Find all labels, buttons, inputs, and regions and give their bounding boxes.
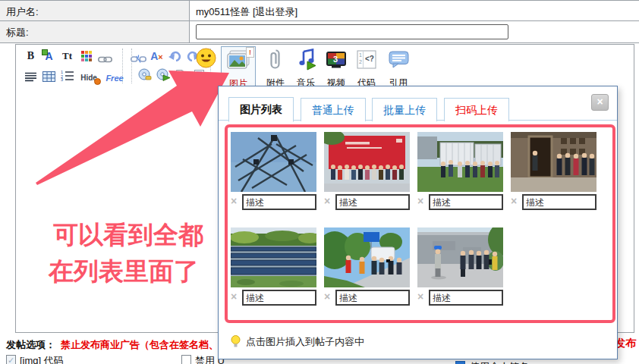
annotation-line1: 可以看到全都: [53, 217, 203, 253]
signature-checkbox[interactable]: ✓: [455, 361, 465, 364]
free-tag-icon[interactable]: Free: [102, 70, 127, 86]
username-label: 用户名:: [0, 1, 190, 20]
media-disc-icon[interactable]: [136, 68, 153, 85]
undo-icon[interactable]: [166, 49, 184, 66]
thumbnail-containers-group[interactable]: [417, 132, 503, 192]
dialog-tip-text: 点击图片插入到帖子内容中: [246, 335, 364, 349]
music-note-icon: [297, 49, 316, 73]
svg-text:2: 2: [359, 59, 362, 64]
insert-code-button[interactable]: 12<? 代码: [351, 46, 382, 87]
image-description-input[interactable]: [242, 290, 316, 306]
description-row: ×: [417, 290, 503, 306]
thumbnail-solar-farm[interactable]: [231, 228, 316, 287]
svg-text:<?: <?: [365, 55, 374, 63]
insert-music-button[interactable]: 音乐: [291, 46, 321, 87]
font-size-icon[interactable]: Tt: [58, 48, 76, 64]
img-code-checkbox[interactable]: ✓: [6, 355, 16, 364]
thumbnail-wall-group[interactable]: [417, 228, 503, 287]
quote-bubble-icon: [389, 51, 409, 71]
table-icon[interactable]: [40, 70, 58, 86]
image-list-highlight-box: × × × ×: [225, 124, 615, 323]
delete-image-icon[interactable]: ×: [231, 195, 241, 207]
image-description-input[interactable]: [242, 194, 316, 210]
username-row: 用户名: my0511怪兽 [退出登录]: [0, 0, 639, 21]
image-description-input[interactable]: [522, 194, 597, 210]
align-justify-icon[interactable]: [22, 70, 39, 86]
annotation-line2: 在列表里面了: [49, 253, 203, 290]
disable-url-checkbox[interactable]: [181, 355, 191, 364]
delete-image-icon[interactable]: ×: [324, 195, 334, 207]
delete-image-icon[interactable]: ×: [417, 290, 427, 303]
tab-normal-upload[interactable]: 普通上传: [301, 98, 366, 121]
insert-flash-icon[interactable]: [154, 68, 172, 85]
thumbnail-roadside-group[interactable]: [324, 228, 410, 287]
description-row: ×: [324, 290, 410, 306]
font-color-icon[interactable]: A: [40, 48, 58, 64]
remove-format-icon[interactable]: A×: [148, 48, 165, 64]
post-editor-page: 用户名: my0511怪兽 [退出登录] 标题: B A Tt: [0, 0, 639, 364]
post-options-label: 发帖选项：: [6, 338, 55, 352]
blank-page-icon[interactable]: [172, 69, 190, 86]
svg-text:3: 3: [61, 77, 63, 81]
title-label: 标题:: [0, 21, 190, 42]
insert-attachment-button[interactable]: 附件: [260, 46, 291, 87]
annotation-text: 可以看到全都 在列表里面了: [53, 217, 203, 290]
dialog-tab-bar: 图片列表 普通上传 批量上传 扫码上传: [219, 97, 617, 121]
tab-batch-upload[interactable]: 批量上传: [372, 98, 437, 121]
warning-text-right: 发布！: [615, 337, 639, 350]
image-description-input[interactable]: [429, 194, 503, 210]
toolbar-divider: [131, 49, 132, 83]
video-tv-icon: 3: [326, 50, 347, 71]
close-icon[interactable]: ×: [591, 94, 609, 111]
thumbnail-red-banner-group[interactable]: [324, 132, 410, 192]
smiley-icon: [196, 48, 216, 71]
unlink-icon[interactable]: [130, 52, 147, 68]
lightbulb-icon: [231, 335, 241, 350]
description-row: ×: [231, 290, 316, 306]
insert-video-button[interactable]: 3 视频: [321, 46, 351, 87]
tab-image-list[interactable]: 图片列表: [228, 97, 294, 122]
image-upload-dialog: 图片列表 普通上传 批量上传 扫码上传 ×: [218, 86, 618, 359]
tab-qrcode-upload[interactable]: 扫码上传: [444, 98, 509, 121]
emoticon-button[interactable]: 表情: [189, 46, 221, 87]
username-text: my0511怪兽: [196, 6, 250, 17]
thumbnail-power-tower[interactable]: [231, 132, 316, 192]
description-row: ×: [417, 194, 503, 211]
delete-image-icon[interactable]: ×: [417, 195, 427, 207]
delete-image-icon[interactable]: ×: [511, 195, 521, 207]
code-page-icon: 12<?: [357, 50, 376, 71]
description-row: ×: [511, 194, 597, 211]
title-input[interactable]: [196, 24, 508, 39]
emoticon-label: 表情: [189, 77, 221, 89]
alert-badge: !: [246, 47, 254, 58]
paperclip-icon: [270, 49, 282, 73]
delete-image-icon[interactable]: ×: [231, 290, 241, 303]
insert-image-button[interactable]: ! 图片: [221, 46, 256, 87]
ordered-list-icon[interactable]: 1 2 3: [58, 69, 76, 86]
image-description-input[interactable]: [429, 290, 503, 306]
svg-text:3: 3: [333, 55, 338, 64]
hide-tag-icon[interactable]: Hide: [77, 70, 101, 86]
insert-quote-button[interactable]: 引用: [383, 46, 414, 87]
img-code-label: [img] 代码: [20, 354, 64, 364]
description-row: ×: [231, 194, 316, 211]
image-description-input[interactable]: [335, 290, 410, 306]
color-palette-icon[interactable]: [78, 50, 96, 67]
title-row: 标题:: [0, 21, 639, 43]
title-value-cell: [190, 21, 639, 42]
delete-image-icon[interactable]: ×: [324, 290, 334, 303]
warning-text-left: 禁止发布商业广告（包含在签名档、: [61, 338, 219, 352]
description-row: ×: [324, 194, 410, 211]
username-value: my0511怪兽 [退出登录]: [190, 1, 639, 20]
image-description-input[interactable]: [335, 194, 410, 210]
bold-icon[interactable]: B: [22, 48, 39, 64]
thumbnail-building-entrance[interactable]: [511, 132, 597, 192]
link-icon[interactable]: [96, 52, 114, 68]
logout-link[interactable]: [退出登录]: [253, 6, 297, 17]
signature-label: 使用个人签名: [470, 360, 529, 364]
svg-text:1: 1: [359, 52, 362, 58]
